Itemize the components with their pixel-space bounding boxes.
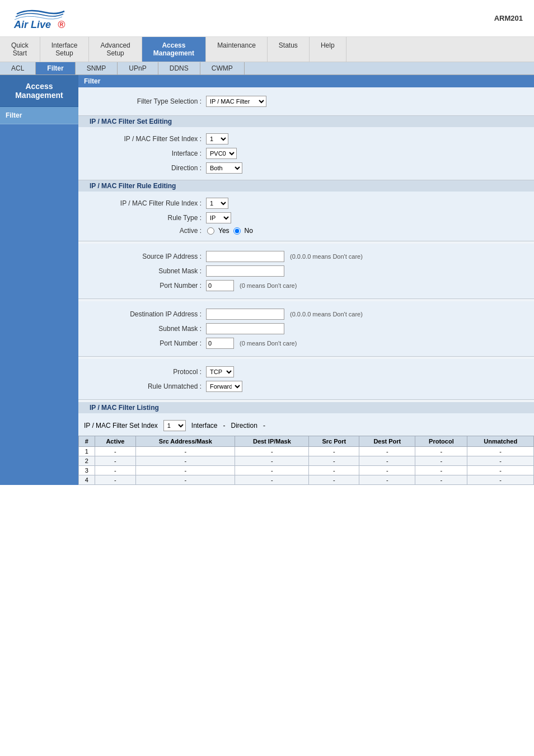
dest-port-hint: (0 means Don't care) <box>240 340 297 347</box>
listing-direction-label: Direction <box>231 422 257 430</box>
source-ip-input[interactable] <box>206 251 284 262</box>
sidebar-title: Access Management <box>0 75 78 107</box>
dest-port-input[interactable] <box>206 338 234 349</box>
listing-interface-label: Interface <box>191 422 218 430</box>
nav-quick-start[interactable]: Quick Start <box>0 37 40 62</box>
table-cell: - <box>136 475 235 485</box>
subnav-snmp[interactable]: SNMP <box>76 62 118 74</box>
table-cell: - <box>235 456 309 466</box>
content-area: Filter Filter Type Selection : IP / MAC … <box>78 75 534 485</box>
header: Air Live ® ARM201 <box>0 0 534 37</box>
model-label: ARM201 <box>494 14 523 22</box>
direction-row: Direction : BothIncomingOutgoing <box>78 161 534 175</box>
nav-help[interactable]: Help <box>310 37 346 62</box>
table-cell: - <box>415 475 467 485</box>
rule-type-select[interactable]: IPMAC <box>206 212 231 223</box>
active-row: Active : Yes No <box>78 225 534 236</box>
active-label: Active : <box>90 227 202 235</box>
col-dest: Dest IP/Mask <box>235 436 309 447</box>
table-cell: - <box>95 466 136 475</box>
source-ip-hint: (0.0.0.0 means Don't care) <box>290 253 363 260</box>
sidebar-item-filter[interactable]: Filter <box>0 107 78 124</box>
listing-section-label-row: IP / MAC Filter Listing <box>78 402 534 413</box>
filter-type-section: Filter Type Selection : IP / MAC Filter … <box>78 87 534 116</box>
listing-set-index-label: IP / MAC Filter Set Index <box>84 422 158 430</box>
table-cell: - <box>136 466 235 475</box>
table-cell: - <box>359 456 415 466</box>
rule-unmatched-select[interactable]: ForwardDrop <box>206 381 242 392</box>
active-no-label: No <box>245 227 253 235</box>
table-cell: 4 <box>79 475 95 485</box>
dest-ip-input[interactable] <box>206 309 284 320</box>
dest-subnet-input[interactable] <box>206 323 284 334</box>
active-no-radio[interactable] <box>233 227 241 235</box>
dest-subnet-row: Subnet Mask : <box>78 321 534 336</box>
rule-type-control: IPMAC <box>206 212 231 223</box>
source-port-label: Port Number : <box>90 282 202 290</box>
source-subnet-control <box>206 265 284 277</box>
table-cell: - <box>415 466 467 475</box>
filter-type-select[interactable]: IP / MAC Filter Application Filter URL F… <box>206 96 266 107</box>
nav-interface-setup[interactable]: Interface Setup <box>40 37 90 62</box>
ip-mac-set-section: IP / MAC Filter Set Index : 1234 Interfa… <box>78 127 534 180</box>
table-cell: - <box>235 475 309 485</box>
nav-access-management[interactable]: Access Management <box>142 37 206 62</box>
ip-mac-rule-section-label: IP / MAC Filter Rule Editing <box>84 180 181 192</box>
interface-select[interactable]: PVC0PVC1PVC2 <box>206 148 237 159</box>
table-cell: - <box>235 466 309 475</box>
subnav-cwmp[interactable]: CWMP <box>200 62 245 74</box>
subnav-acl[interactable]: ACL <box>0 62 36 74</box>
col-dest-port: Dest Port <box>359 436 415 447</box>
destination-section: Destination IP Address : (0.0.0.0 means … <box>78 301 534 357</box>
direction-select[interactable]: BothIncomingOutgoing <box>206 162 242 174</box>
subnav-ddns[interactable]: DDNS <box>158 62 200 74</box>
listing-section: IP / MAC Filter Set Index 1234 Interface… <box>78 413 534 485</box>
nav-status[interactable]: Status <box>268 37 310 62</box>
subnav-filter[interactable]: Filter <box>36 62 75 74</box>
subnav-upnp[interactable]: UPnP <box>118 62 158 74</box>
ip-mac-rule-section-label-row: IP / MAC Filter Rule Editing <box>78 180 534 192</box>
col-active: Active <box>95 436 136 447</box>
table-row: 1------- <box>79 447 534 456</box>
table-cell: 2 <box>79 456 95 466</box>
nav-advanced-setup[interactable]: Advanced Setup <box>89 37 142 62</box>
nav-maintenance[interactable]: Maintenance <box>206 37 268 62</box>
rule-unmatched-label: Rule Unmatched : <box>90 382 202 390</box>
rule-index-select[interactable]: 1234 <box>206 198 228 209</box>
sidebar: Access Management Filter <box>0 75 78 485</box>
table-cell: - <box>467 466 534 475</box>
protocol-label: Protocol : <box>90 368 202 376</box>
filter-type-label: Filter Type Selection : <box>90 97 202 105</box>
dest-subnet-label: Subnet Mask : <box>90 325 202 333</box>
table-row: 2------- <box>79 456 534 466</box>
set-index-select[interactable]: 1234 <box>206 133 228 144</box>
source-port-control: (0 means Don't care) <box>206 280 297 291</box>
listing-set-index-select[interactable]: 1234 <box>163 420 186 431</box>
protocol-control: TCPUDPICMPAny <box>206 366 234 377</box>
active-yes-radio[interactable] <box>207 227 214 235</box>
source-port-hint: (0 means Don't care) <box>240 282 297 289</box>
col-src: Src Address/Mask <box>136 436 235 447</box>
table-cell: - <box>95 456 136 466</box>
table-cell: - <box>309 447 359 456</box>
main-layout: Access Management Filter Filter Filter T… <box>0 75 534 485</box>
source-subnet-label: Subnet Mask : <box>90 267 202 275</box>
listing-interface-value: - <box>223 422 226 430</box>
protocol-row: Protocol : TCPUDPICMPAny <box>78 365 534 379</box>
source-port-input[interactable] <box>206 280 234 291</box>
listing-header: IP / MAC Filter Set Index 1234 Interface… <box>78 418 534 433</box>
rule-type-label: Rule Type : <box>90 214 202 222</box>
source-subnet-row: Subnet Mask : <box>78 264 534 278</box>
source-subnet-input[interactable] <box>206 265 284 277</box>
dest-ip-row: Destination IP Address : (0.0.0.0 means … <box>78 307 534 321</box>
protocol-select[interactable]: TCPUDPICMPAny <box>206 366 234 377</box>
nav-bar: Quick Start Interface Setup Advanced Set… <box>0 37 534 62</box>
filter-type-row: Filter Type Selection : IP / MAC Filter … <box>78 94 534 109</box>
listing-direction-value: - <box>263 422 265 430</box>
table-cell: 1 <box>79 447 95 456</box>
interface-row: Interface : PVC0PVC1PVC2 <box>78 146 534 161</box>
col-src-port: Src Port <box>309 436 359 447</box>
table-header-row: # Active Src Address/Mask Dest IP/Mask S… <box>79 436 534 447</box>
rule-index-label: IP / MAC Filter Rule Index : <box>90 199 202 207</box>
table-cell: 3 <box>79 466 95 475</box>
